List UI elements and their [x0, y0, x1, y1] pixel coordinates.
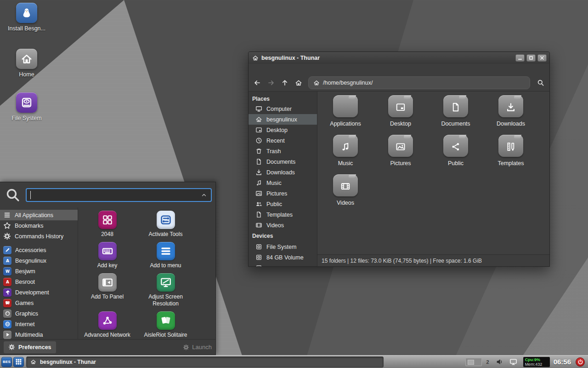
- speaker-icon[interactable]: [496, 358, 503, 366]
- workspace-pager[interactable]: [465, 358, 482, 366]
- menubar-item[interactable]: [258, 68, 265, 70]
- grid-icon: [15, 358, 22, 365]
- search-button[interactable]: [535, 77, 547, 89]
- chevron-up-icon[interactable]: [201, 192, 207, 198]
- minimize-button[interactable]: [515, 54, 525, 62]
- system-monitor[interactable]: Cpu:9% Mem:432: [523, 357, 550, 367]
- places-item[interactable]: Music: [249, 178, 317, 188]
- app-item[interactable]: Add To Panel: [78, 273, 136, 311]
- device-item[interactable]: 84 GB Volume: [249, 252, 317, 263]
- places-item[interactable]: Templates: [249, 209, 317, 220]
- search-box[interactable]: [26, 188, 212, 202]
- places-item[interactable]: Trash: [249, 146, 317, 156]
- category-item[interactable]: Development: [0, 287, 78, 298]
- category-item[interactable]: Graphics: [0, 308, 78, 319]
- folder-item[interactable]: Music: [318, 135, 373, 174]
- window-title: besgnulinux - Thunar: [261, 55, 320, 61]
- folder-item[interactable]: Desktop: [373, 95, 428, 135]
- places-item[interactable]: Computer: [249, 104, 317, 114]
- folder-item[interactable]: Documents: [428, 95, 483, 135]
- category-item[interactable]: Accessories: [0, 245, 78, 255]
- menubar-item[interactable]: [265, 68, 272, 70]
- folder-label: Videos: [337, 200, 354, 206]
- clock[interactable]: 06:56: [554, 358, 571, 366]
- places-item[interactable]: Videos: [249, 220, 317, 230]
- category-icon: [3, 331, 11, 339]
- preferences-button[interactable]: Preferences: [4, 341, 56, 353]
- application-menu: All Applications Bookmarks Commands Hist…: [0, 182, 216, 355]
- menubar-item[interactable]: [272, 68, 280, 70]
- category-item[interactable]: A Besgnulinux: [0, 255, 78, 266]
- taskbar: BES besgnulinux - Thunar 2 Cpu:9% Mem:43…: [0, 355, 588, 368]
- window-titlebar[interactable]: besgnulinux - Thunar: [249, 52, 549, 64]
- search-input[interactable]: [31, 191, 201, 198]
- power-button[interactable]: [576, 357, 585, 367]
- app-item[interactable]: AisleRiot Solitaire: [136, 311, 195, 339]
- category-icon: [3, 320, 11, 328]
- close-icon: [539, 55, 545, 61]
- app-grid-button[interactable]: [13, 357, 24, 367]
- folder-icon: [333, 135, 358, 157]
- category-item[interactable]: Multimedia: [0, 329, 78, 339]
- view-icon: [3, 222, 11, 230]
- category-item[interactable]: W Besjwm: [0, 266, 78, 276]
- menubar-item[interactable]: [287, 68, 294, 70]
- toolbar: /home/besgnulinux/: [249, 74, 549, 92]
- places-item[interactable]: Downloads: [249, 167, 317, 178]
- app-label: Add to menu: [150, 262, 181, 269]
- place-label: Desktop: [266, 127, 288, 133]
- up-button[interactable]: [279, 77, 291, 89]
- folder-item[interactable]: Public: [428, 135, 483, 174]
- desktop-icon[interactable]: Home: [5, 49, 49, 78]
- back-button[interactable]: [251, 77, 263, 89]
- folder-item[interactable]: Pictures: [373, 135, 428, 174]
- app-icon: [157, 273, 175, 292]
- folder-icon: [333, 95, 358, 117]
- places-item[interactable]: Recent: [249, 135, 317, 146]
- category-item[interactable]: Internet: [0, 319, 78, 329]
- device-item[interactable]: File System: [249, 242, 317, 252]
- path-bar[interactable]: /home/besgnulinux/: [308, 76, 530, 89]
- device-item[interactable]: [249, 263, 317, 267]
- close-button[interactable]: [537, 54, 547, 62]
- folder-item[interactable]: Videos: [318, 174, 373, 214]
- menubar-item[interactable]: [250, 68, 258, 70]
- category-icon: [3, 246, 11, 254]
- category-label: Besroot: [15, 279, 35, 285]
- menubar-item[interactable]: [280, 68, 287, 70]
- folder-item[interactable]: Templates: [483, 135, 538, 174]
- home-icon: [252, 55, 259, 61]
- desktop-icon[interactable]: Install Besgn...: [5, 3, 49, 32]
- display-icon[interactable]: [509, 358, 517, 366]
- folder-item[interactable]: Downloads: [483, 95, 538, 135]
- forward-button[interactable]: [265, 77, 277, 89]
- view-item[interactable]: All Applications: [0, 210, 78, 220]
- category-item[interactable]: A Besroot: [0, 276, 78, 287]
- workspace-number[interactable]: 2: [486, 359, 489, 365]
- app-item[interactable]: Add key: [78, 242, 136, 273]
- maximize-button[interactable]: [526, 54, 536, 62]
- places-item[interactable]: Public: [249, 199, 317, 209]
- folder-icon: [333, 174, 358, 196]
- app-item[interactable]: 2048: [78, 211, 136, 242]
- app-item[interactable]: Activate Tools: [136, 211, 195, 242]
- task-button[interactable]: besgnulinux - Thunar: [26, 356, 384, 368]
- home-icon: [30, 359, 36, 365]
- places-item[interactable]: Documents: [249, 156, 317, 167]
- category-item[interactable]: Games: [0, 298, 78, 308]
- desktop-icon[interactable]: File System: [5, 92, 49, 121]
- app-item[interactable]: Adjust Screen Resolution: [136, 273, 195, 311]
- app-item[interactable]: Add to menu: [136, 242, 195, 273]
- folder-label: Applications: [330, 121, 361, 127]
- menu-launcher-button[interactable]: BES: [1, 357, 12, 367]
- app-label: Adjust Screen Resolution: [138, 293, 193, 307]
- places-item[interactable]: besgnulinux: [249, 114, 317, 125]
- launch-button[interactable]: Launch: [183, 344, 212, 351]
- home-button[interactable]: [293, 77, 305, 89]
- folder-item[interactable]: Applications: [318, 95, 373, 135]
- view-item[interactable]: Bookmarks: [0, 220, 78, 231]
- view-item[interactable]: Commands History: [0, 231, 78, 242]
- places-item[interactable]: Desktop: [249, 125, 317, 135]
- app-item[interactable]: Advanced Network Configuration: [78, 311, 136, 339]
- places-item[interactable]: Pictures: [249, 188, 317, 199]
